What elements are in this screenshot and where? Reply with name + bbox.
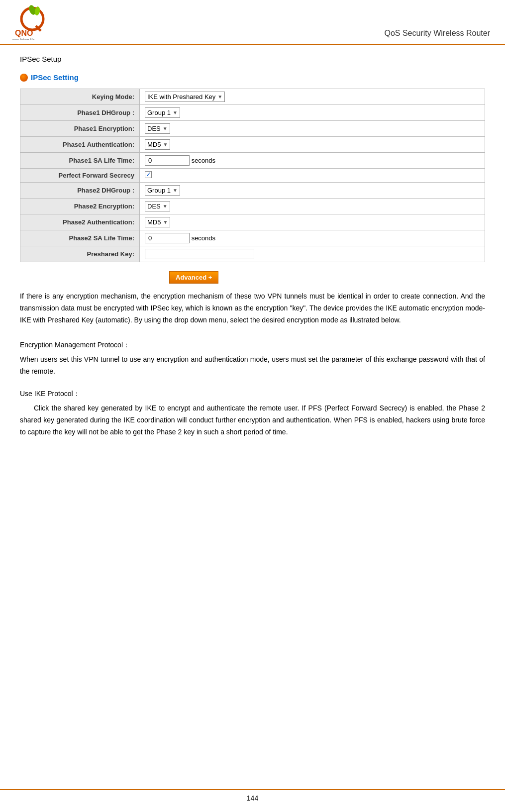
- row-value[interactable]: Group 1 ▼: [140, 105, 485, 121]
- row-value[interactable]: MD5 ▼: [140, 214, 485, 230]
- chevron-down-icon: ▼: [163, 203, 168, 209]
- row-label: Perfect Forward Secrecy: [20, 169, 140, 183]
- row-label: Phase1 Encryption:: [20, 121, 140, 137]
- page-number: 144: [247, 794, 258, 802]
- table-row: Keying Mode: IKE with Preshared Key ▼: [20, 89, 485, 105]
- sub-section-encryption: Encryption Management Protocol： When use…: [20, 341, 485, 378]
- page-header: QNO your future life QoS Security Wirele…: [0, 0, 505, 45]
- chevron-down-icon: ▼: [173, 188, 178, 193]
- row-value[interactable]: [140, 169, 485, 183]
- table-row: Phase2 Encryption: DES ▼: [20, 199, 485, 214]
- row-label: Phase2 DHGroup :: [20, 183, 140, 199]
- row-value[interactable]: [140, 246, 485, 262]
- phase1-encryption-select[interactable]: DES ▼: [145, 123, 170, 134]
- row-value[interactable]: DES ▼: [140, 121, 485, 137]
- qno-logo: QNO your future life: [10, 5, 55, 40]
- ipsec-settings-table: Keying Mode: IKE with Preshared Key ▼ Ph…: [20, 89, 485, 262]
- table-row: Perfect Forward Secrecy: [20, 169, 485, 183]
- row-label: Phase1 Authentication:: [20, 137, 140, 153]
- advanced-button[interactable]: Advanced +: [169, 271, 218, 284]
- table-row: Phase1 Encryption: DES ▼: [20, 121, 485, 137]
- row-label: Phase2 SA Life Time:: [20, 230, 140, 246]
- row-value[interactable]: IKE with Preshared Key ▼: [140, 89, 485, 105]
- phase1-sa-lifetime-input[interactable]: 0: [145, 155, 190, 166]
- table-row: Phase2 Authentication: MD5 ▼: [20, 214, 485, 230]
- chevron-down-icon: ▼: [217, 94, 222, 100]
- keying-mode-select[interactable]: IKE with Preshared Key ▼: [145, 92, 225, 102]
- row-label: Phase2 Authentication:: [20, 214, 140, 230]
- table-row: Phase2 SA Life Time: 0 seconds: [20, 230, 485, 246]
- preshared-key-input[interactable]: [145, 249, 254, 259]
- chevron-down-icon: ▼: [163, 142, 168, 147]
- seconds-label: seconds: [192, 234, 215, 242]
- table-row: Preshared Key:: [20, 246, 485, 262]
- sub-section-ike: Use IKE Protocol： Click the shared key g…: [20, 390, 485, 438]
- row-label: Keying Mode:: [20, 89, 140, 105]
- row-value[interactable]: Group 1 ▼: [140, 183, 485, 199]
- phase1-dhgroup-select[interactable]: Group 1 ▼: [145, 107, 180, 118]
- chevron-down-icon: ▼: [163, 126, 168, 131]
- chevron-down-icon: ▼: [163, 219, 168, 225]
- svg-text:your future life: your future life: [12, 38, 34, 40]
- sub-section-text-1: When users set this VPN tunnel to use an…: [20, 354, 485, 378]
- sub-section-text-2: Click the shared key generated by IKE to…: [20, 403, 485, 438]
- main-content: IPSec Setup IPSec Setting Keying Mode: I…: [0, 45, 505, 464]
- phase2-encryption-select[interactable]: DES ▼: [145, 201, 170, 211]
- sub-section-title-2: Use IKE Protocol：: [20, 390, 485, 399]
- section-heading: IPSec Setting: [20, 73, 485, 82]
- sub-section-title-1: Encryption Management Protocol：: [20, 341, 485, 350]
- table-row: Phase1 Authentication: MD5 ▼: [20, 137, 485, 153]
- seconds-label: seconds: [192, 157, 215, 164]
- row-label: Phase1 DHGroup :: [20, 105, 140, 121]
- page-title: IPSec Setup: [20, 55, 485, 63]
- row-label: Phase1 SA Life Time:: [20, 153, 140, 169]
- pfs-checkbox[interactable]: [145, 171, 152, 178]
- row-label: Preshared Key:: [20, 246, 140, 262]
- section-heading-text: IPSec Setting: [31, 73, 79, 82]
- row-value[interactable]: 0 seconds: [140, 153, 485, 169]
- phase1-auth-select[interactable]: MD5 ▼: [145, 139, 170, 150]
- row-value[interactable]: DES ▼: [140, 199, 485, 214]
- chevron-down-icon: ▼: [173, 110, 178, 115]
- body-paragraph-1: If there is any encryption mechanism, th…: [20, 291, 485, 326]
- table-row: Phase1 SA Life Time: 0 seconds: [20, 153, 485, 169]
- page-footer: 144: [0, 789, 505, 802]
- phase2-dhgroup-select[interactable]: Group 1 ▼: [145, 185, 180, 196]
- row-label: Phase2 Encryption:: [20, 199, 140, 214]
- svg-text:QNO: QNO: [15, 29, 33, 37]
- table-row: Phase2 DHGroup : Group 1 ▼: [20, 183, 485, 199]
- heading-dot-icon: [20, 74, 28, 82]
- row-value[interactable]: 0 seconds: [140, 230, 485, 246]
- row-value[interactable]: MD5 ▼: [140, 137, 485, 153]
- phase2-sa-lifetime-input[interactable]: 0: [145, 233, 190, 243]
- phase2-auth-select[interactable]: MD5 ▼: [145, 217, 170, 227]
- table-row: Phase1 DHGroup : Group 1 ▼: [20, 105, 485, 121]
- header-title: QoS Security Wireless Router: [384, 29, 490, 40]
